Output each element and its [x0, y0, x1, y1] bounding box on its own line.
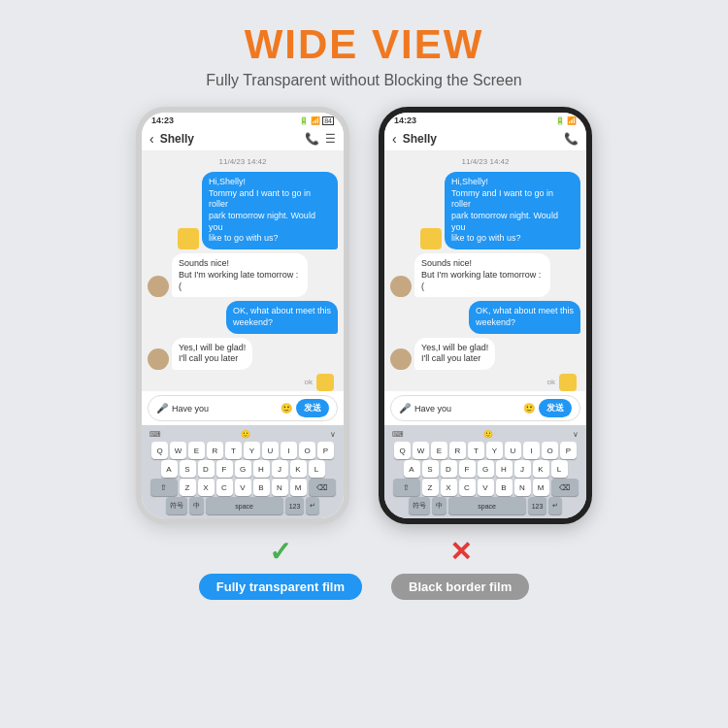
- key-q[interactable]: Q: [151, 442, 168, 459]
- key-d-b[interactable]: D: [441, 460, 457, 478]
- key-m[interactable]: M: [290, 479, 307, 496]
- key-h-b[interactable]: H: [496, 460, 513, 478]
- key-c-b[interactable]: C: [459, 479, 476, 496]
- key-symbol[interactable]: 符号: [166, 497, 187, 514]
- key-v-b[interactable]: V: [478, 479, 494, 496]
- key-s[interactable]: S: [180, 460, 196, 478]
- key-j[interactable]: J: [272, 460, 288, 478]
- key-b[interactable]: B: [253, 479, 270, 496]
- key-r-b[interactable]: R: [449, 442, 466, 459]
- label-a-badge: Fully transparent film: [199, 574, 362, 600]
- key-w[interactable]: W: [170, 442, 186, 459]
- kb-collapse-icon-b[interactable]: ∨: [573, 430, 579, 439]
- kb-collapse-icon[interactable]: ∨: [330, 430, 336, 439]
- phone-icon-a[interactable]: 📞: [305, 132, 319, 146]
- key-d[interactable]: D: [198, 460, 215, 478]
- key-c[interactable]: C: [216, 479, 233, 496]
- kb-bottom-row: 符号 中 space 123 ↵: [144, 497, 342, 514]
- key-chinese-b[interactable]: 中: [432, 497, 447, 514]
- key-x[interactable]: X: [198, 479, 215, 496]
- key-l-b[interactable]: L: [551, 460, 568, 478]
- emoji-icon-b[interactable]: 🙂: [523, 403, 535, 414]
- key-t[interactable]: T: [225, 442, 242, 459]
- msg-row: Yes,I will be glad!I'll call you later: [148, 338, 338, 370]
- key-n-b[interactable]: N: [514, 479, 531, 496]
- key-e-b[interactable]: E: [431, 442, 447, 459]
- kb-emoji-icon-b[interactable]: 🙂: [483, 430, 493, 439]
- key-u[interactable]: U: [262, 442, 279, 459]
- key-f[interactable]: F: [216, 460, 233, 478]
- key-space-b[interactable]: space: [448, 497, 526, 514]
- svg-point-6: [396, 351, 406, 361]
- key-o[interactable]: O: [299, 442, 315, 459]
- msg-row: Hi,Shelly!Tommy and I want to go in roll…: [390, 172, 580, 249]
- key-y[interactable]: Y: [244, 442, 260, 459]
- kb-tool-icon[interactable]: ⌨: [149, 430, 161, 439]
- key-u-b[interactable]: U: [505, 442, 521, 459]
- label-b-badge: Black border film: [391, 574, 529, 600]
- key-123-b[interactable]: 123: [528, 497, 547, 514]
- key-return[interactable]: ↵: [306, 497, 319, 514]
- key-g-b[interactable]: G: [478, 460, 494, 478]
- key-r[interactable]: R: [207, 442, 223, 459]
- kb-emoji-icon[interactable]: 🙂: [241, 430, 250, 439]
- msg-bubble: Yes,I will be glad!I'll call you later: [414, 338, 495, 370]
- key-k-b[interactable]: K: [533, 460, 549, 478]
- key-backspace-b[interactable]: ⌫: [551, 479, 579, 496]
- key-p[interactable]: P: [317, 442, 334, 459]
- key-t-b[interactable]: T: [468, 442, 484, 459]
- key-l[interactable]: L: [309, 460, 325, 478]
- key-g[interactable]: G: [235, 460, 251, 478]
- key-j-b[interactable]: J: [514, 460, 531, 478]
- kb-tool-icon-b[interactable]: ⌨: [392, 430, 404, 439]
- key-shift[interactable]: ⇧: [150, 479, 178, 496]
- send-btn-a[interactable]: 发送: [296, 399, 329, 417]
- key-k[interactable]: K: [290, 460, 307, 478]
- mic-icon-a[interactable]: 🎤: [156, 403, 168, 414]
- key-shift-b[interactable]: ⇧: [393, 479, 420, 496]
- key-q-b[interactable]: Q: [394, 442, 411, 459]
- key-a-b[interactable]: A: [404, 460, 420, 478]
- ok-text-b: ok: [547, 378, 555, 386]
- svg-point-2: [153, 351, 163, 361]
- key-z[interactable]: Z: [180, 479, 196, 496]
- msg-row: OK, what about meet thisweekend?: [148, 301, 338, 333]
- status-icons-a: 🔋 📶 84: [299, 116, 334, 125]
- emoji-icon-a[interactable]: 🙂: [281, 403, 292, 414]
- key-space[interactable]: space: [206, 497, 283, 514]
- key-a[interactable]: A: [161, 460, 178, 478]
- key-v[interactable]: V: [235, 479, 251, 496]
- menu-icon-a[interactable]: ☰: [325, 132, 336, 146]
- key-m-b[interactable]: M: [533, 479, 549, 496]
- key-z-b[interactable]: Z: [422, 479, 439, 496]
- back-btn-a[interactable]: ‹: [149, 131, 154, 147]
- key-i-b[interactable]: I: [523, 442, 540, 459]
- key-f-b[interactable]: F: [459, 460, 476, 478]
- chat-name-a: Shelly: [160, 132, 301, 146]
- key-b-b[interactable]: B: [496, 479, 513, 496]
- key-s-b[interactable]: S: [422, 460, 439, 478]
- phone-icon-b[interactable]: 📞: [564, 132, 579, 146]
- key-y-b[interactable]: Y: [486, 442, 503, 459]
- input-text-a[interactable]: Have you: [172, 404, 277, 414]
- label-a-item: ✓ Fully transparent film: [199, 536, 362, 600]
- send-btn-b[interactable]: 发送: [539, 399, 572, 417]
- key-x-b[interactable]: X: [441, 479, 457, 496]
- key-w-b[interactable]: W: [413, 442, 429, 459]
- key-e[interactable]: E: [188, 442, 205, 459]
- key-o-b[interactable]: O: [542, 442, 558, 459]
- key-i[interactable]: I: [281, 442, 297, 459]
- key-123[interactable]: 123: [285, 497, 305, 514]
- key-backspace[interactable]: ⌫: [309, 479, 336, 496]
- key-return-b[interactable]: ↵: [548, 497, 562, 514]
- key-symbol-b[interactable]: 符号: [409, 497, 430, 514]
- key-h[interactable]: H: [253, 460, 270, 478]
- svg-point-3: [149, 361, 167, 370]
- key-n[interactable]: N: [272, 479, 288, 496]
- input-text-b[interactable]: Have you: [414, 404, 519, 414]
- checkmark-icon: ✓: [269, 536, 291, 568]
- key-p-b[interactable]: P: [560, 442, 577, 459]
- back-btn-b[interactable]: ‹: [392, 131, 397, 147]
- mic-icon-b[interactable]: 🎤: [399, 403, 411, 414]
- key-chinese[interactable]: 中: [189, 497, 204, 514]
